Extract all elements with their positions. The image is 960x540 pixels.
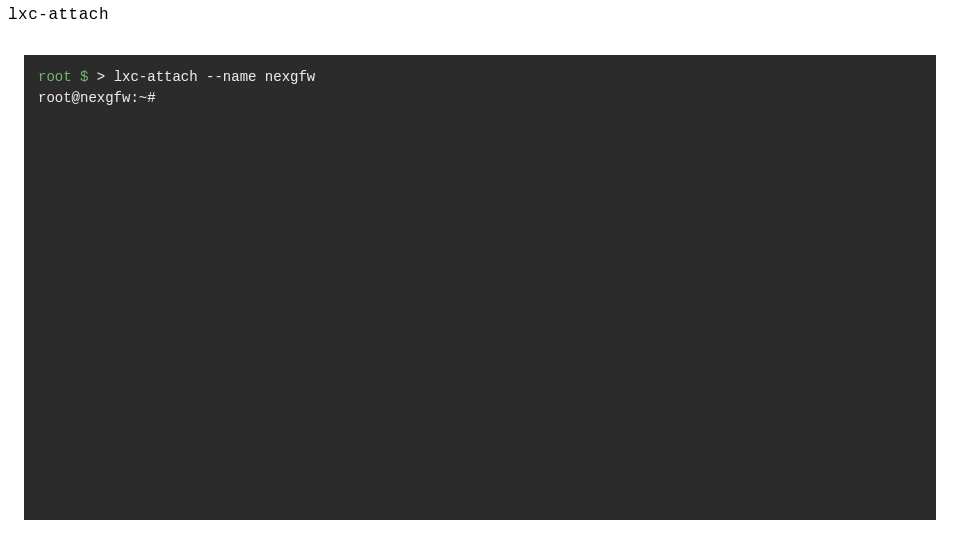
terminal-window[interactable]: root $ > lxc-attach --name nexgfw root@n… [24,55,936,520]
terminal-line: root@nexgfw:~# [38,88,922,109]
prompt-angle: > [88,69,113,85]
terminal-line: root $ > lxc-attach --name nexgfw [38,67,922,88]
command-text: lxc-attach --name nexgfw [114,69,316,85]
page-title: lxc-attach [8,6,109,24]
prompt-dollar: $ [72,69,89,85]
session-prompt: root@nexgfw:~# [38,90,156,106]
prompt-user: root [38,69,72,85]
